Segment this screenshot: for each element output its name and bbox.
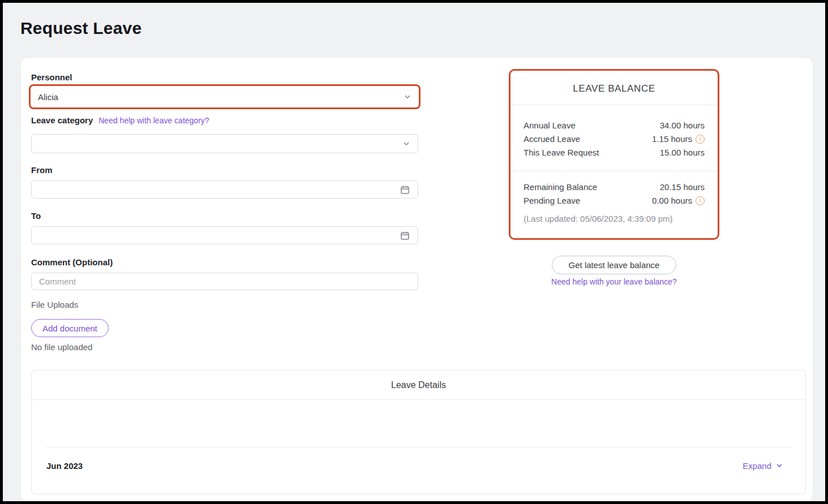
file-uploads-label: File Uploads [31, 300, 78, 309]
leave-balance-top-rows: Annual Leave 34.00 hours Accrued Leave 1… [510, 105, 718, 171]
from-label: From [31, 165, 53, 175]
balance-row-pending-leave: Pending Leave 0.00 hours [524, 194, 705, 208]
chevron-down-icon [404, 93, 419, 100]
divider [46, 447, 791, 447]
balance-row-remaining-balance: Remaining Balance 20.15 hours [524, 180, 705, 194]
to-label: To [31, 211, 41, 221]
balance-row-accrued-leave: Accrued Leave 1.15 hours [524, 132, 705, 146]
balance-row-label: Annual Leave [524, 119, 576, 132]
comment-input[interactable] [31, 273, 418, 290]
chevron-down-icon [776, 462, 783, 469]
balance-row-label: Remaining Balance [524, 180, 597, 194]
expand-toggle[interactable]: Expand [743, 461, 783, 471]
request-leave-screen: Request Leave Personnel Alicia Leave cat… [0, 0, 828, 504]
balance-row-value: 1.15 hours [652, 132, 692, 146]
leave-balance-help-link[interactable]: Need help with your leave balance? [509, 277, 719, 286]
balance-row-label: This Leave Request [524, 146, 599, 160]
leave-balance-title: LEAVE BALANCE [510, 71, 718, 105]
no-file-uploaded-text: No file uploaded [31, 342, 92, 352]
personnel-label: Personnel [31, 72, 72, 82]
balance-row-value: 0.00 hours [652, 194, 692, 208]
from-date-input[interactable] [31, 180, 418, 199]
balance-row-value: 15.00 hours [660, 146, 705, 160]
request-leave-card: Personnel Alicia Leave category Need hel… [20, 57, 813, 502]
balance-row-label: Accrued Leave [524, 132, 580, 146]
last-updated-text: (Last updated: 05/06/2023, 4:39:09 pm) [510, 212, 718, 238]
leave-balance-panel: LEAVE BALANCE Annual Leave 34.00 hours A… [509, 69, 719, 240]
balance-row-annual-leave: Annual Leave 34.00 hours [524, 119, 705, 132]
balance-row-value: 20.15 hours [660, 180, 705, 194]
info-icon[interactable] [696, 135, 705, 144]
balance-row-label: Pending Leave [524, 194, 580, 208]
comment-label: Comment (Optional) [31, 257, 113, 267]
add-document-button[interactable]: Add document [31, 319, 109, 337]
to-date-input[interactable] [31, 226, 418, 244]
leave-category-select[interactable] [31, 134, 418, 153]
leave-category-help-link[interactable]: Need help with leave category? [98, 116, 209, 125]
period-label: Jun 2023 [46, 461, 83, 471]
leave-balance-bottom-rows: Remaining Balance 20.15 hours Pending Le… [510, 171, 718, 212]
page-title: Request Leave [20, 19, 141, 38]
calendar-icon[interactable] [400, 185, 418, 195]
leave-details-section: Leave Details Jun 2023 Expand [31, 370, 806, 494]
leave-details-title: Leave Details [32, 371, 805, 400]
personnel-selected-value: Alicia [31, 92, 404, 102]
info-icon[interactable] [696, 196, 705, 205]
chevron-down-icon [403, 140, 418, 147]
balance-row-value: 34.00 hours [660, 119, 705, 132]
calendar-icon[interactable] [400, 231, 418, 240]
personnel-select[interactable]: Alicia [29, 84, 421, 109]
expand-label: Expand [743, 461, 771, 471]
leave-category-label: Leave category [31, 115, 93, 125]
leave-details-month-row: Jun 2023 Expand [46, 455, 783, 476]
get-latest-leave-balance-button[interactable]: Get latest leave balance [552, 256, 676, 274]
balance-row-this-leave-request: This Leave Request 15.00 hours [524, 146, 705, 160]
